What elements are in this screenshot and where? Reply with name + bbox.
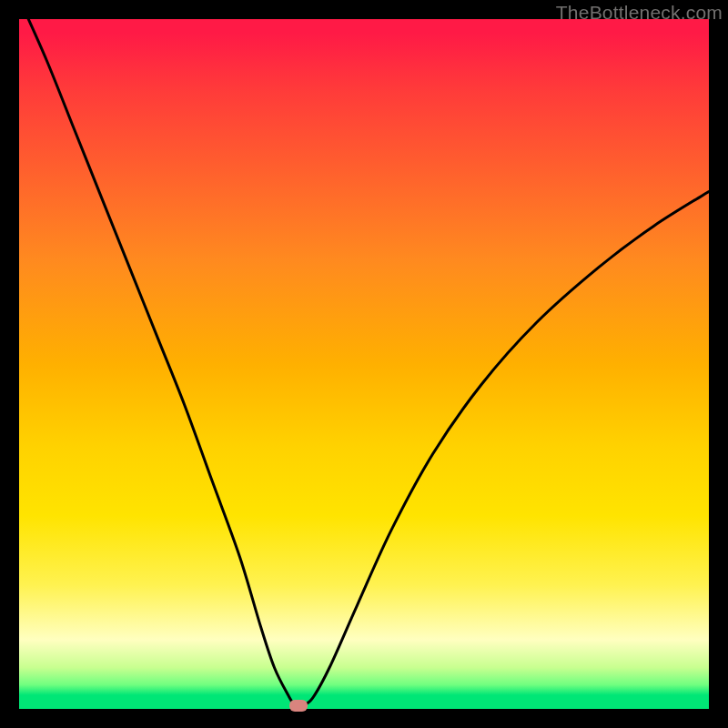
bottleneck-curve bbox=[19, 19, 709, 706]
optimum-marker bbox=[289, 700, 308, 712]
chart-frame: TheBottleneck.com bbox=[0, 0, 728, 728]
watermark-text: TheBottleneck.com bbox=[556, 2, 723, 24]
curve-svg bbox=[19, 19, 709, 709]
